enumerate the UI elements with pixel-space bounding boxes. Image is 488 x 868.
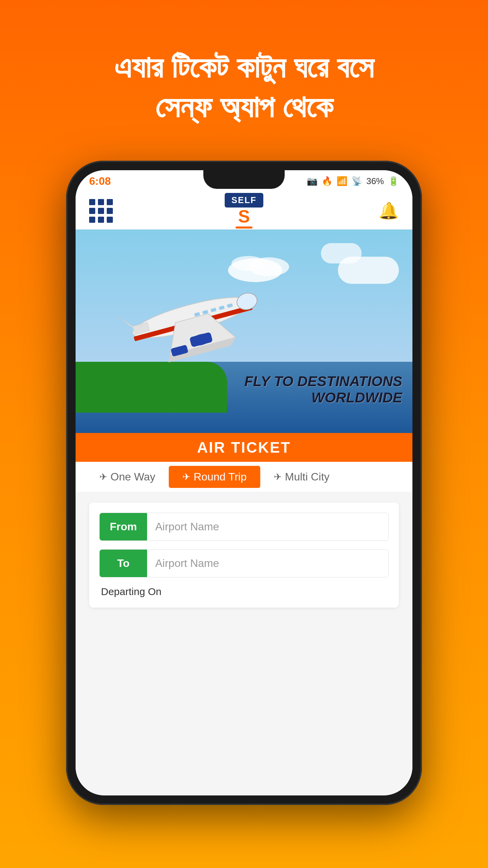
logo-char: S: [238, 208, 250, 225]
signal-icon: 📡: [351, 176, 362, 186]
form-area: From Airport Name To Airport Name Depart…: [76, 492, 412, 795]
round-trip-label: Round Trip: [194, 471, 247, 483]
trip-type-tabs: ✈ One Way ✈ Round Trip ✈ Multi City: [76, 462, 412, 492]
svg-point-2: [231, 256, 265, 271]
from-input[interactable]: Airport Name: [147, 513, 388, 540]
status-icons: 📷 🔥 📶 📡 36% 🔋: [307, 176, 399, 186]
logo: SELF S: [225, 193, 263, 229]
airplane-image: [93, 250, 289, 379]
drop-icon: 🔥: [322, 176, 332, 186]
cloud-2: [321, 243, 362, 263]
logo-badge: SELF: [225, 193, 263, 208]
banner-line1: FLY TO DESTINATIONS: [244, 373, 402, 390]
from-label: From: [100, 513, 147, 540]
wifi-icon: 📶: [337, 176, 347, 186]
notification-bell-icon[interactable]: 🔔: [379, 201, 399, 220]
from-field[interactable]: From Airport Name: [99, 513, 389, 541]
top-nav: SELF S 🔔: [76, 192, 412, 230]
banner-text: FLY TO DESTINATIONS WORLDWIDE: [244, 373, 402, 406]
phone-shell: 6:08 📷 🔥 📶 📡 36% 🔋 SELF: [66, 161, 422, 805]
hero-text: এযার টিকেট কাটুন ঘরে বসে সেন্ফ অ্যাপ থেক…: [80, 47, 408, 127]
round-trip-icon: ✈: [182, 471, 190, 482]
hero-line2: সেন্ফ অ্যাপ থেকে: [155, 90, 333, 124]
multi-city-label: Multi City: [285, 471, 330, 483]
air-ticket-title: AIR TICKET: [197, 439, 291, 456]
phone-frame: 6:08 📷 🔥 📶 📡 36% 🔋 SELF: [66, 161, 422, 805]
hero-line1: এযার টিকেট কাটুন ঘরে বসে: [114, 50, 374, 84]
banner: FLY TO DESTINATIONS WORLDWIDE: [76, 230, 412, 433]
one-way-icon: ✈: [99, 471, 107, 482]
camera-icon: 📷: [307, 176, 318, 186]
multi-city-icon: ✈: [274, 471, 282, 482]
to-label: To: [100, 550, 147, 577]
departing-label: Departing On: [99, 586, 389, 597]
menu-button[interactable]: [89, 199, 109, 223]
air-ticket-header: AIR TICKET: [76, 433, 412, 462]
svg-marker-10: [118, 313, 133, 331]
tab-round-trip[interactable]: ✈ Round Trip: [169, 466, 260, 488]
battery-icon: 🔋: [388, 176, 399, 186]
to-field[interactable]: To Airport Name: [99, 549, 389, 577]
banner-line2: WORLDWIDE: [244, 390, 402, 406]
logo-underline: [236, 226, 252, 229]
one-way-label: One Way: [110, 471, 155, 483]
battery-text: 36%: [366, 176, 384, 186]
screen: 6:08 📷 🔥 📶 📡 36% 🔋 SELF: [76, 170, 412, 795]
to-input[interactable]: Airport Name: [147, 550, 388, 577]
phone-notch: [203, 170, 285, 189]
form-card: From Airport Name To Airport Name Depart…: [89, 502, 399, 608]
tab-one-way[interactable]: ✈ One Way: [86, 466, 169, 488]
status-time: 6:08: [89, 175, 111, 188]
tab-multi-city[interactable]: ✈ Multi City: [260, 466, 343, 488]
